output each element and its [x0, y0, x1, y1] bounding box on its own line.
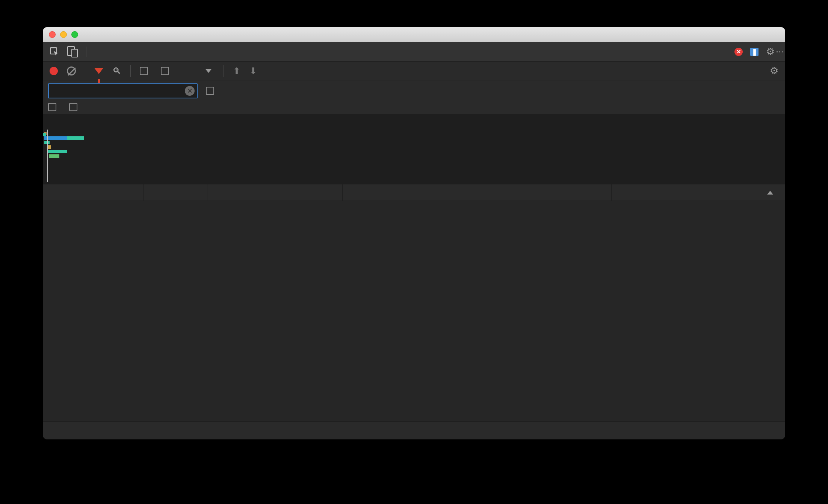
separator	[86, 47, 86, 57]
search-icon[interactable]: 🔍︎	[112, 66, 121, 76]
titlebar[interactable]	[43, 27, 785, 42]
separator	[182, 65, 182, 77]
network-settings-icon[interactable]: ⚙	[770, 65, 778, 77]
timeline-cursor	[47, 130, 48, 182]
blocked-requests-checkbox[interactable]	[69, 103, 81, 111]
filter-input-wrap: ✕	[48, 83, 198, 98]
col-initiator[interactable]	[343, 184, 446, 201]
filter-bar: ✕	[43, 80, 785, 115]
hide-data-urls-checkbox[interactable]	[206, 87, 218, 95]
disable-cache-checkbox[interactable]	[161, 67, 173, 75]
col-waterfall[interactable]	[612, 184, 785, 201]
message-badge[interactable]: ❚	[750, 48, 761, 56]
download-har-icon[interactable]: ⬇	[249, 66, 257, 76]
record-button[interactable]	[50, 67, 58, 75]
network-toolbar: 🔍︎ ⬆ ⬇ ⚙	[43, 62, 785, 80]
col-size[interactable]	[446, 184, 510, 201]
svg-rect-2	[72, 49, 77, 57]
main-tabbar: ✕ ❚ ⚙ ⋮	[43, 42, 785, 62]
minimize-window-button[interactable]	[60, 31, 67, 38]
filter-input[interactable]	[49, 86, 185, 96]
message-icon: ❚	[750, 48, 758, 56]
timeline-overview[interactable]	[43, 115, 785, 184]
network-grid	[43, 184, 785, 421]
upload-har-icon[interactable]: ⬆	[233, 66, 240, 76]
col-status[interactable]	[144, 184, 207, 201]
col-name[interactable]	[43, 184, 144, 201]
devtools-window: ✕ ❚ ⚙ ⋮ 🔍︎	[43, 27, 785, 439]
error-icon: ✕	[734, 48, 743, 56]
separator	[130, 65, 131, 77]
device-toolbar-icon[interactable]	[67, 46, 78, 57]
separator	[85, 65, 85, 77]
timeline-late-marker	[43, 133, 46, 136]
has-blocked-cookies-checkbox[interactable]	[48, 103, 60, 111]
error-badge[interactable]: ✕	[734, 48, 745, 56]
inspect-element-icon[interactable]	[50, 47, 59, 56]
sort-indicator-icon	[767, 191, 773, 195]
chevron-down-icon	[205, 69, 212, 73]
close-window-button[interactable]	[49, 31, 56, 38]
window-controls	[49, 31, 78, 38]
more-tabs-button[interactable]	[94, 42, 101, 61]
separator	[224, 65, 224, 77]
col-time[interactable]	[510, 184, 612, 201]
throttling-select[interactable]	[191, 69, 215, 73]
zoom-window-button[interactable]	[71, 31, 78, 38]
preserve-log-checkbox[interactable]	[140, 67, 152, 75]
clear-filter-button[interactable]: ✕	[185, 86, 195, 96]
status-bar	[43, 421, 785, 439]
filter-icon[interactable]	[94, 68, 103, 74]
grid-header	[43, 184, 785, 201]
settings-icon[interactable]: ⚙	[766, 46, 775, 57]
timeline-bars	[44, 132, 119, 159]
clear-button[interactable]	[67, 66, 76, 75]
col-type[interactable]	[207, 184, 343, 201]
